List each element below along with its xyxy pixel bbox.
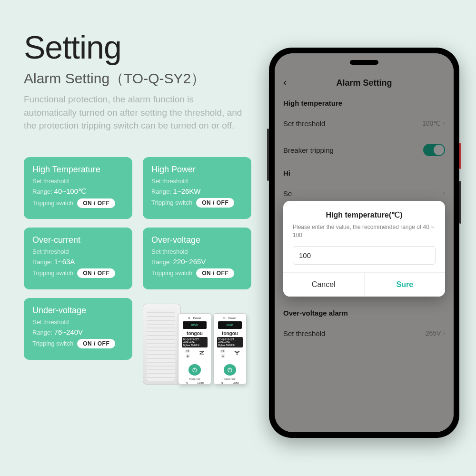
card-title: High Temperature (32, 165, 124, 175)
breaker-module-1: NPower kWh tongou TO-Q-SY2-JZT ~63A ~63A… (178, 313, 211, 385)
power-button-icon (224, 364, 236, 376)
cancel-button[interactable]: Cancel (283, 273, 365, 297)
card-range: Range: 76~240V (32, 328, 124, 336)
breaker-module-2: NPower kWh tongou TO-Q-SY2-JZT ~63A ~63A… (213, 313, 247, 385)
card-tripping-label: Tripping switch (32, 269, 73, 277)
dialog-hint: Please enter the value, the recommended … (293, 223, 436, 239)
card-range: Range: 1~26KW (151, 187, 243, 195)
phone-screen: ‹ Alarm Setting High temperature Set thr… (275, 53, 454, 432)
card-under-voltage: Under-voltage Set threshold Range: 76~24… (24, 298, 132, 360)
card-range: Range: 220~265V (151, 258, 243, 266)
dialog-title: High temperature(℃) (293, 210, 436, 219)
onoff-pill: ON / OFF (196, 268, 234, 278)
sure-button[interactable]: Sure (365, 273, 446, 297)
onoff-pill: ON / OFF (77, 339, 115, 348)
card-title: Under-voltage (32, 306, 124, 316)
card-tripping-label: Tripping switch (151, 269, 192, 277)
breaker-lcd: kWh (183, 321, 207, 329)
zigbee-icon (198, 349, 205, 356)
card-range: Range: 40~100℃ (32, 187, 124, 196)
breaker-metering-label: Metering (224, 377, 235, 380)
din-rail-side (147, 309, 175, 381)
svg-point-2 (237, 355, 237, 355)
dialog-value-input[interactable] (293, 246, 436, 265)
card-high-power: High Power Set threshold Range: 1~26KW T… (143, 157, 251, 219)
card-set-threshold: Set threshold (32, 177, 124, 186)
description: Functional protection, the alarm functio… (24, 93, 243, 132)
wifi-icon (234, 349, 240, 356)
phone-side-button (267, 129, 269, 181)
card-tripping-label: Tripping switch (32, 199, 73, 207)
card-set-threshold: Set threshold (32, 247, 124, 257)
card-range: Range: 1~63A (32, 258, 124, 266)
sub-title: Alarm Setting（TO-Q-SY2） (24, 69, 205, 89)
breaker-brand: tongou (222, 331, 238, 336)
breaker-device-illustration: NPower kWh tongou TO-Q-SY2-JZT ~63A ~63A… (143, 299, 248, 385)
breaker-lcd: kWh (218, 321, 242, 329)
card-title: Over-current (32, 235, 124, 245)
breaker-brand: tongou (187, 331, 203, 336)
dialog-high-temperature: High temperature(℃) Please enter the val… (283, 201, 445, 297)
card-set-threshold: Set threshold (32, 317, 124, 327)
card-title: Over-voltage (151, 235, 243, 245)
card-tripping-label: Tripping switch (32, 340, 73, 347)
main-title: Setting (24, 29, 121, 66)
breaker-metering-label: Metering (189, 377, 200, 380)
onoff-pill: ON / OFF (77, 268, 115, 278)
breaker-model-strip: TO-Q-SY2-JZT ~63A ~63A Zigbee 50/60Hz (217, 337, 243, 347)
phone-frame: ‹ Alarm Setting High temperature Set thr… (269, 48, 459, 438)
card-high-temperature: High Temperature Set threshold Range: 40… (24, 157, 132, 219)
card-title: High Power (151, 165, 243, 175)
card-set-threshold: Set threshold (151, 247, 243, 257)
onoff-pill: ON / OFF (77, 198, 115, 208)
card-over-voltage: Over-voltage Set threshold Range: 220~26… (143, 228, 251, 289)
card-set-threshold: Set threshold (151, 177, 243, 186)
breaker-model-strip: TO-Q-SY2-JZT ~63A ~63A Zigbee 50/60Hz (182, 337, 208, 347)
card-over-current: Over-current Set threshold Range: 1~63A … (24, 228, 132, 289)
card-tripping-label: Tripping switch (151, 199, 192, 206)
onoff-pill: ON / OFF (196, 198, 234, 208)
power-button-icon (188, 364, 201, 376)
phone-notch (350, 60, 378, 65)
